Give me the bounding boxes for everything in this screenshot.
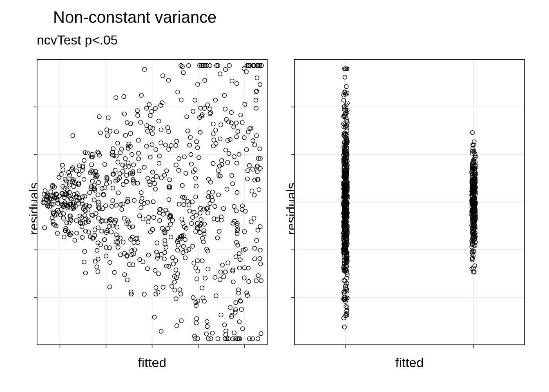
x-axis-label-left: fitted xyxy=(37,355,268,370)
chart-subtitle: ncvTest p<.05 xyxy=(37,33,118,48)
scatter-left xyxy=(37,59,268,345)
scatter-right xyxy=(294,59,525,345)
panel-right xyxy=(294,59,525,345)
panel-left xyxy=(37,59,268,345)
chart-title: Non-constant variance xyxy=(53,8,216,27)
figure: Non-constant variance ncvTest p<.05 resi… xyxy=(0,0,549,392)
x-axis-label-right: fitted xyxy=(294,355,525,370)
